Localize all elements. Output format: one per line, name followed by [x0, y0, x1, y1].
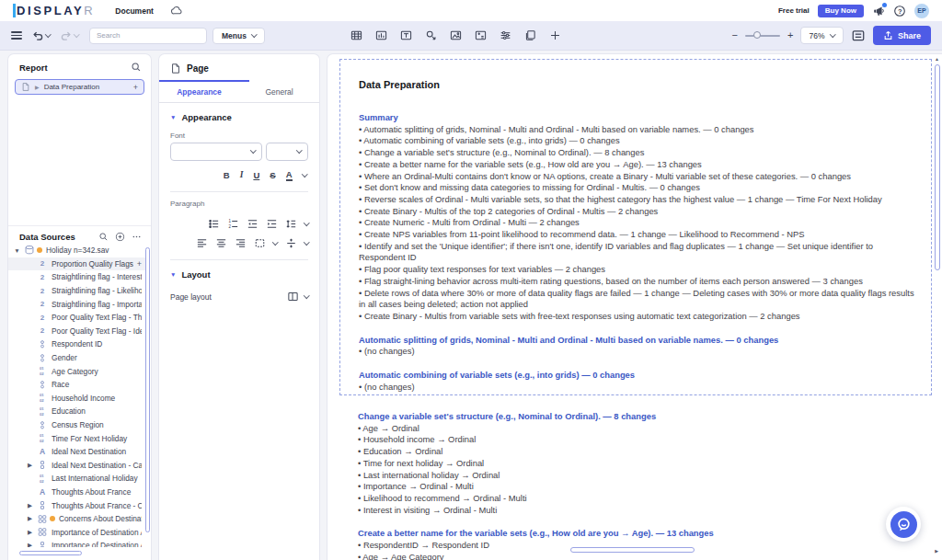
comments-icon[interactable] [851, 29, 866, 43]
data-source-item[interactable]: 2Poor Quality Text Flag - Ideal nex [8, 325, 145, 338]
data-source-item[interactable]: Census Region [8, 418, 145, 432]
data-source-item[interactable]: 2Straightlining flag - Likelihood to [8, 284, 145, 298]
underline-icon[interactable]: U [253, 171, 259, 180]
data-source-item[interactable]: 0102Last International Holiday [8, 472, 145, 486]
zoom-slider[interactable] [745, 35, 780, 37]
report-search-icon[interactable] [131, 62, 142, 73]
table-icon[interactable] [350, 29, 362, 41]
tree-chevron-icon[interactable]: ▶ [27, 502, 33, 509]
shape-icon[interactable] [425, 29, 437, 41]
chart-icon[interactable] [375, 29, 387, 41]
chat-widget[interactable] [886, 507, 921, 542]
scroll-right-arrow[interactable]: ▶ [935, 548, 938, 554]
font-family-select[interactable] [170, 143, 262, 161]
zoom-level-dropdown[interactable]: 76% [800, 27, 844, 44]
add-page-button[interactable]: + [133, 83, 138, 92]
data-source-item[interactable]: 2Straightlining flag - Importance o [8, 297, 145, 311]
tree-chevron-icon[interactable]: ▶ [27, 462, 33, 469]
align-right-icon[interactable] [235, 237, 247, 249]
line-spacing-caret[interactable] [304, 220, 309, 225]
data-source-item[interactable]: ▶Concerns About Destinations [8, 512, 145, 526]
buy-now-button[interactable]: Buy Now [818, 5, 864, 17]
page-layout-caret[interactable] [304, 292, 309, 298]
data-source-item[interactable]: Gender [8, 351, 145, 365]
undo-icon[interactable] [31, 29, 44, 42]
zoom-in-button[interactable]: + [787, 30, 793, 40]
indent-icon[interactable] [266, 218, 278, 230]
layout-section-header[interactable]: ▼ Layout [159, 260, 319, 281]
filter-icon[interactable] [500, 29, 511, 41]
add-circle-icon[interactable] [115, 232, 125, 242]
numbered-list-icon[interactable]: 12 [227, 218, 239, 230]
data-source-item[interactable]: Race [8, 378, 145, 392]
zoom-out-button[interactable]: − [732, 30, 738, 40]
outdent-icon[interactable] [247, 218, 258, 230]
font-color-caret[interactable] [302, 171, 307, 177]
document-menu[interactable]: Document [115, 6, 154, 16]
data-source-item[interactable]: 0102Time For Next Holiday [8, 431, 145, 445]
bullet-list-icon[interactable] [208, 218, 220, 230]
data-source-item[interactable]: ▶Importance of Destination Attrib [8, 539, 145, 547]
data-source-item[interactable]: ▶Ideal Next Destination - Categor [8, 459, 145, 473]
add-variable-button[interactable]: + [137, 259, 142, 269]
data-source-item[interactable]: 0102Age Category [8, 364, 145, 378]
report-page-item[interactable]: ▶Data Preparation+ [15, 79, 144, 95]
appearance-section-header[interactable]: ▼ Appearance [159, 103, 319, 124]
data-source-item[interactable]: 2Proportion Quality Flags Fai+ [8, 257, 145, 271]
data-source-item[interactable]: 0102Household Income [8, 392, 145, 406]
add-icon[interactable] [549, 29, 561, 41]
more-icon[interactable] [132, 232, 142, 242]
italic-icon[interactable]: I [240, 171, 244, 180]
image-icon[interactable] [450, 29, 462, 41]
tree-chevron-icon[interactable]: ▶ [27, 515, 33, 522]
vertical-align-icon[interactable] [285, 237, 297, 249]
data-sources-vertical-scrollbar[interactable] [145, 247, 150, 532]
tab-appearance[interactable]: Appearance [159, 82, 239, 102]
data-source-item[interactable]: ▶Thoughts About France - Catego [8, 498, 145, 512]
font-color-icon[interactable]: A [286, 170, 293, 181]
text-box-style-icon[interactable] [254, 237, 266, 249]
font-size-select[interactable] [266, 143, 308, 161]
text-box-style-caret[interactable] [272, 239, 278, 245]
expand-chevron-icon[interactable]: ▶ [35, 84, 40, 90]
megaphone-icon[interactable] [872, 5, 885, 17]
data-source-item[interactable]: 2Poor Quality Text Flag - Thought [8, 311, 145, 325]
undo-dropdown-caret[interactable] [45, 31, 51, 37]
bold-icon[interactable]: B [224, 171, 230, 180]
data-sources-horizontal-scrollbar[interactable] [19, 551, 82, 555]
vertical-align-caret[interactable] [304, 239, 309, 245]
tree-chevron-icon[interactable]: ▶ [27, 529, 33, 536]
page-layout-icon[interactable] [287, 291, 299, 303]
search-input[interactable] [89, 28, 207, 44]
data-source-item[interactable]: AThoughts About France [8, 486, 145, 499]
avatar[interactable]: EP [914, 4, 929, 18]
align-center-icon[interactable] [215, 237, 227, 249]
line-spacing-icon[interactable] [285, 218, 297, 230]
tree-chevron-icon[interactable]: ▶ [27, 542, 33, 547]
selected-text-box[interactable]: Data Preparation Summary• Automatic spli… [339, 59, 932, 395]
data-source-item[interactable]: Respondent ID [8, 337, 145, 351]
calculation-icon[interactable] [475, 29, 487, 41]
redo-dropdown-caret[interactable] [74, 31, 79, 37]
data-sources-search-icon[interactable] [98, 232, 109, 242]
data-source-item[interactable]: 2Straightlining flag - Interest in Vi [8, 270, 145, 284]
scroll-up-arrow[interactable]: ▲ [935, 56, 939, 62]
canvas-horizontal-scrollbar[interactable] [570, 547, 695, 553]
pages-icon[interactable] [524, 29, 536, 41]
data-source-item[interactable]: AIdeal Next Destination [8, 445, 145, 459]
tab-general[interactable]: General [239, 82, 319, 102]
text-box-icon[interactable] [400, 29, 412, 41]
share-button[interactable]: Share [873, 26, 931, 45]
displayr-logo[interactable]: DISPLAYR [13, 4, 95, 17]
align-left-icon[interactable] [196, 237, 208, 249]
canvas-vertical-scrollbar[interactable] [935, 64, 940, 270]
data-source-item[interactable]: 0102Education [8, 405, 145, 418]
strikethrough-icon[interactable]: S [270, 171, 275, 180]
zoom-slider-knob[interactable] [753, 31, 761, 39]
tree-chevron-icon[interactable]: ▼ [14, 247, 20, 254]
document-canvas[interactable]: Data Preparation Summary• Automatic spli… [327, 53, 942, 560]
redo-icon[interactable] [60, 29, 73, 42]
hamburger-icon[interactable] [11, 31, 22, 40]
help-icon[interactable]: ? [893, 5, 906, 17]
menus-button[interactable]: Menus [213, 28, 265, 44]
